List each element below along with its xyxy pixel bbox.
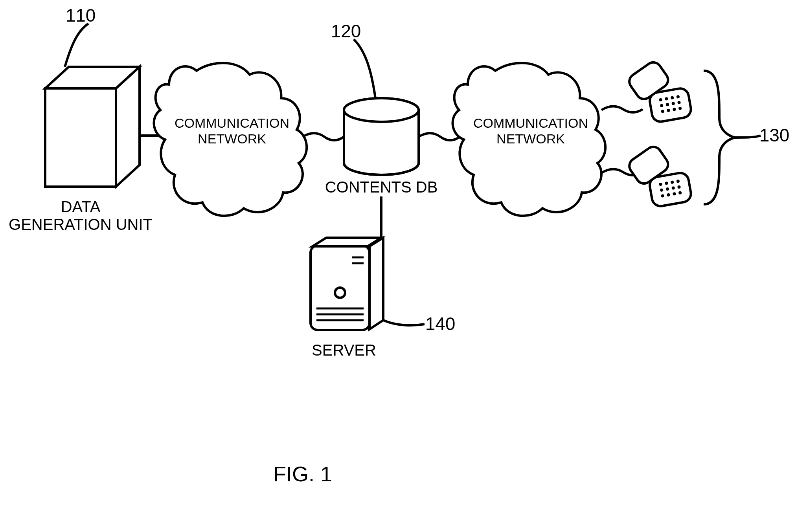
connector-db-cloud2 xyxy=(419,133,460,140)
ref-130-leader xyxy=(735,136,761,138)
ref-130: 130 xyxy=(759,125,790,145)
figure-caption: FIG. 1 xyxy=(273,462,332,486)
ref-110: 110 xyxy=(66,5,96,26)
cloud2-line1: COMMUNICATION xyxy=(473,116,588,130)
server: SERVER 140 xyxy=(311,238,455,359)
data-gen-label-2: GENERATION UNIT xyxy=(9,216,153,233)
phone-2 xyxy=(624,139,692,211)
data-generation-unit: DATA GENERATION UNIT 110 xyxy=(9,5,153,233)
connector-cloud1-db xyxy=(303,133,344,140)
figure-1-diagram: DATA GENERATION UNIT 110 COMMUNICATION N… xyxy=(0,0,796,532)
cloud1-line1: COMMUNICATION xyxy=(175,116,289,130)
contents-db: CONTENTS DB 120 xyxy=(325,21,438,196)
cloud-network-2: COMMUNICATION NETWORK xyxy=(452,63,605,216)
ref-120: 120 xyxy=(331,21,361,41)
connector-cloud2-phone1 xyxy=(601,106,643,112)
cloud2-line2: NETWORK xyxy=(496,131,565,146)
cloud1-line2: NETWORK xyxy=(198,131,266,146)
data-gen-label-1: DATA xyxy=(61,198,101,215)
svg-point-2 xyxy=(344,98,419,122)
cloud-network-1: COMMUNICATION NETWORK xyxy=(154,63,307,216)
db-label: CONTENTS DB xyxy=(325,178,438,196)
phone-1 xyxy=(624,55,692,126)
phones-brace xyxy=(704,71,735,204)
server-label: SERVER xyxy=(312,341,376,359)
ref-140: 140 xyxy=(425,314,456,334)
